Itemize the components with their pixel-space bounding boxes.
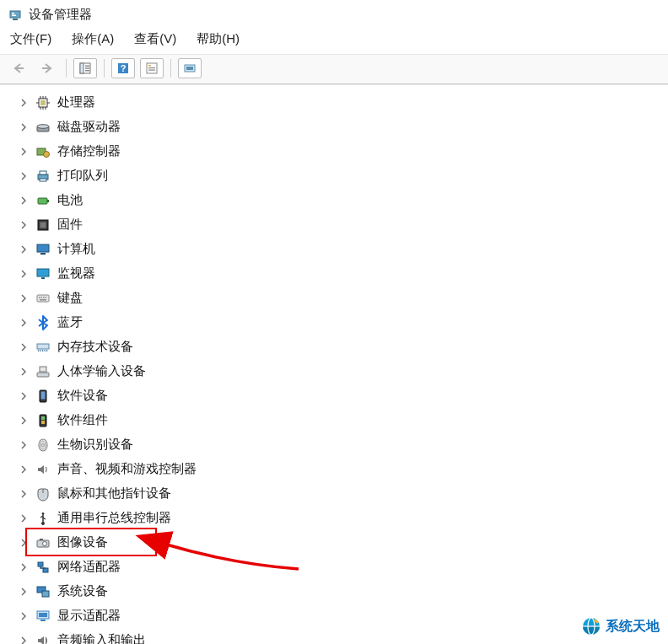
svg-rect-43 <box>39 297 40 298</box>
expand-chevron-icon[interactable] <box>19 464 29 475</box>
expand-chevron-icon[interactable] <box>19 122 29 132</box>
tree-node-label: 处理器 <box>57 94 95 110</box>
expand-chevron-icon[interactable] <box>19 562 29 572</box>
svg-rect-69 <box>38 562 43 566</box>
sound-icon <box>35 462 51 477</box>
forward-button[interactable] <box>35 58 59 78</box>
help-button[interactable]: ? <box>111 58 135 78</box>
svg-rect-44 <box>41 297 43 298</box>
expand-chevron-icon[interactable] <box>19 293 29 303</box>
tree-node-label: 图像设备 <box>57 534 108 550</box>
svg-rect-45 <box>43 297 45 298</box>
tree-node[interactable]: 软件设备 <box>19 384 660 408</box>
printer-icon <box>35 169 51 184</box>
expand-chevron-icon[interactable] <box>19 171 29 181</box>
tree-node-label: 磁盘驱动器 <box>57 119 121 135</box>
tree-node[interactable]: 人体学输入设备 <box>19 359 660 384</box>
expand-chevron-icon[interactable] <box>19 220 29 230</box>
expand-chevron-icon[interactable] <box>19 611 29 621</box>
svg-rect-7 <box>85 67 89 68</box>
svg-rect-42 <box>37 295 49 302</box>
tree-node[interactable]: 生物识别设备 <box>19 432 660 457</box>
expand-chevron-icon[interactable] <box>19 513 29 523</box>
computer-icon <box>35 242 51 257</box>
menu-file[interactable]: 文件(F) <box>10 31 51 47</box>
expand-chevron-icon[interactable] <box>19 367 29 377</box>
expand-chevron-icon[interactable] <box>19 538 29 548</box>
tree-node[interactable]: 软件组件 <box>19 408 660 432</box>
tree-node[interactable]: 鼠标和其他指针设备 <box>19 481 660 506</box>
tree-node[interactable]: 固件 <box>19 212 660 237</box>
battery-icon <box>35 193 51 208</box>
tree-node-label: 打印队列 <box>57 168 108 184</box>
tree-node[interactable]: 音频输入和输出 <box>19 628 660 644</box>
tree-node[interactable]: 磁盘驱动器 <box>19 115 660 139</box>
tree-node[interactable]: 打印队列 <box>19 164 660 188</box>
tree-node-label: 软件设备 <box>57 388 108 404</box>
svg-rect-60 <box>41 421 45 424</box>
expand-chevron-icon[interactable] <box>19 587 29 597</box>
expand-chevron-icon[interactable] <box>19 318 29 328</box>
expand-chevron-icon[interactable] <box>19 196 29 206</box>
scan-hardware-button[interactable] <box>178 58 202 78</box>
tree-node[interactable]: 图像设备 <box>19 530 660 555</box>
toolbar-separator <box>170 59 171 78</box>
expand-chevron-icon[interactable] <box>19 489 29 499</box>
menu-view[interactable]: 查看(V) <box>134 31 176 47</box>
titlebar: 设备管理器 <box>0 0 668 28</box>
expand-chevron-icon[interactable] <box>19 391 29 401</box>
tree-node[interactable]: 蓝牙 <box>19 310 660 335</box>
menubar: 文件(F) 操作(A) 查看(V) 帮助(H) <box>0 28 668 54</box>
back-button[interactable] <box>7 58 30 78</box>
watermark-globe-icon <box>582 617 601 636</box>
svg-rect-34 <box>38 198 47 204</box>
watermark: 系统天地 <box>582 617 660 636</box>
bluetooth-icon <box>35 315 51 330</box>
tree-node-label: 软件组件 <box>57 412 108 428</box>
svg-rect-8 <box>85 70 89 71</box>
svg-rect-38 <box>37 244 49 252</box>
expand-chevron-icon[interactable] <box>19 244 29 255</box>
svg-rect-57 <box>41 391 46 399</box>
tree-node[interactable]: 键盘 <box>19 286 660 310</box>
tree-node[interactable]: 声音、视频和游戏控制器 <box>19 457 660 481</box>
expand-chevron-icon[interactable] <box>19 147 29 157</box>
tree-node[interactable]: 存储控制器 <box>19 139 660 164</box>
svg-rect-12 <box>148 65 151 67</box>
svg-text:?: ? <box>121 63 127 73</box>
tree-node[interactable]: 内存技术设备 <box>19 335 660 359</box>
tree-node[interactable]: 网络适配器 <box>19 555 660 579</box>
expand-chevron-icon[interactable] <box>19 636 29 645</box>
storage-controller-icon <box>35 144 51 159</box>
expand-chevron-icon[interactable] <box>19 98 29 108</box>
expand-chevron-icon[interactable] <box>19 342 29 352</box>
tree-node[interactable]: 显示适配器 <box>19 604 660 628</box>
menu-help[interactable]: 帮助(H) <box>197 31 240 47</box>
expand-chevron-icon[interactable] <box>19 269 29 279</box>
tree-node-label: 系统设备 <box>57 583 108 599</box>
hid-icon <box>35 364 51 379</box>
tree-node[interactable]: 计算机 <box>19 237 660 261</box>
tree-node[interactable]: 电池 <box>19 188 660 212</box>
disk-icon <box>35 120 51 135</box>
svg-rect-55 <box>40 367 46 372</box>
tree-node-label: 显示适配器 <box>57 608 121 624</box>
svg-rect-52 <box>45 350 46 352</box>
expand-chevron-icon[interactable] <box>19 416 29 426</box>
tree-node-label: 内存技术设备 <box>57 339 133 355</box>
menu-action[interactable]: 操作(A) <box>72 31 114 47</box>
monitor-icon <box>35 266 51 282</box>
svg-rect-48 <box>37 344 49 349</box>
show-hide-tree-button[interactable] <box>73 58 97 78</box>
tree-node[interactable]: 系统设备 <box>19 579 660 604</box>
svg-point-30 <box>44 151 50 157</box>
tree-node[interactable]: 监视器 <box>19 261 660 286</box>
svg-point-68 <box>43 541 47 545</box>
network-icon <box>35 560 51 575</box>
tree-node[interactable]: 通用串行总线控制器 <box>19 506 660 530</box>
expand-chevron-icon[interactable] <box>19 440 29 450</box>
tree-node[interactable]: 处理器 <box>19 90 660 115</box>
tree-node-label: 鼠标和其他指针设备 <box>57 486 171 502</box>
tree-node-label: 监视器 <box>57 266 95 282</box>
properties-button[interactable] <box>140 58 164 78</box>
